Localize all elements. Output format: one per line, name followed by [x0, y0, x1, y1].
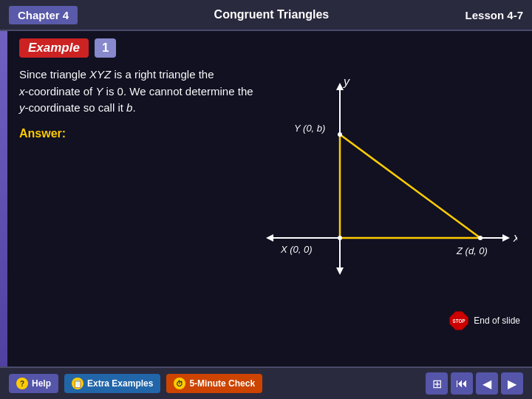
svg-point-13: [338, 236, 342, 240]
extra-icon: 📋: [72, 378, 83, 389]
left-border-strip: [0, 31, 7, 366]
content-area: Example 1 Since triangle XYZ is a right …: [7, 31, 532, 366]
five-min-icon: ⏱: [174, 378, 185, 389]
extra-label: Extra Examples: [87, 378, 153, 389]
extra-examples-button[interactable]: 📋 Extra Examples: [64, 374, 160, 393]
chapter-label: Chapter 4: [9, 6, 78, 24]
svg-text:Y (0, b): Y (0, b): [294, 123, 325, 134]
footer-nav-buttons: ⊞ ⏮ ◀ ▶: [426, 372, 523, 395]
example-badge: Example 1: [19, 38, 520, 58]
svg-marker-8: [340, 134, 480, 238]
svg-text:STOP: STOP: [453, 318, 466, 324]
end-of-slide-text: End of slide: [474, 316, 520, 326]
coordinate-graph: x y Y (0, b) X (0, 0) Z (d, 0): [251, 75, 517, 297]
prev-button[interactable]: ◀: [476, 372, 498, 395]
svg-text:X (0, 0): X (0, 0): [280, 244, 313, 255]
footer-left-buttons: ? Help 📋 Extra Examples ⏱ 5-Minute Check: [9, 374, 262, 393]
grid-nav-button[interactable]: ⊞: [426, 372, 448, 395]
graph-container: x y Y (0, b) X (0, 0) Z (d, 0): [251, 75, 517, 297]
help-icon: ?: [16, 378, 28, 389]
header: Chapter 4 Congruent Triangles Lesson 4-7: [0, 0, 532, 31]
next-button[interactable]: ▶: [501, 372, 523, 395]
svg-marker-1: [502, 234, 510, 242]
five-minute-check-button[interactable]: ⏱ 5-Minute Check: [166, 374, 262, 393]
lesson-title: Congruent Triangles: [214, 8, 330, 21]
lesson-label: Lesson 4-7: [466, 9, 523, 21]
svg-point-14: [478, 236, 482, 240]
main-content: Example 1 Since triangle XYZ is a right …: [0, 31, 532, 366]
five-min-label: 5-Minute Check: [189, 378, 255, 389]
stop-sign-icon: STOP: [449, 310, 469, 331]
svg-marker-2: [266, 234, 273, 242]
svg-marker-4: [336, 83, 344, 90]
end-of-slide-area: STOP End of slide: [449, 310, 520, 331]
skip-back-button[interactable]: ⏮: [451, 372, 473, 395]
footer: ? Help 📋 Extra Examples ⏱ 5-Minute Check…: [0, 366, 532, 399]
example-number: 1: [95, 38, 116, 58]
svg-text:y: y: [343, 75, 350, 88]
svg-point-12: [338, 132, 342, 137]
example-label: Example: [19, 38, 89, 58]
svg-text:Z (d, 0): Z (d, 0): [456, 245, 488, 256]
svg-text:x: x: [513, 231, 517, 244]
svg-marker-5: [336, 267, 344, 275]
help-button[interactable]: ? Help: [9, 374, 58, 393]
help-label: Help: [32, 378, 51, 389]
